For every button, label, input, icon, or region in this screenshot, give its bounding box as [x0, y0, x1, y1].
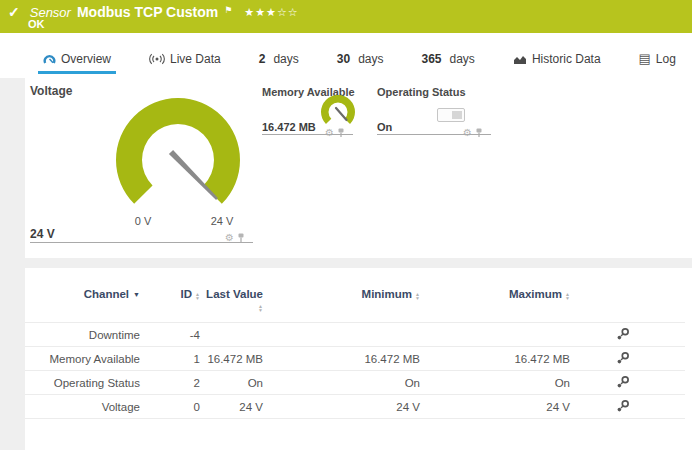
page-title: Modbus TCP Custom [77, 4, 218, 20]
column-header-channel[interactable]: Channel▼ [25, 282, 140, 323]
table-row: Voltage 0 24 V 24 V 24 V [25, 395, 685, 419]
sort-icon: ▲▼ [565, 292, 570, 300]
channel-settings-icon[interactable] [570, 371, 630, 395]
tab-30-days-number: 30 [337, 52, 350, 66]
operating-underline [377, 134, 491, 135]
channel-last-value [200, 323, 263, 347]
sensor-status-badge: OK [28, 18, 45, 30]
sort-icon: ▲▼ [258, 304, 263, 312]
memory-current-value: 16.472 MB [262, 121, 316, 133]
gauge-needle [169, 150, 218, 200]
gauge-icon [43, 53, 56, 65]
tab-log-label: Log [656, 52, 676, 66]
channel-id: -4 [140, 323, 200, 347]
channel-minimum: 16.472 MB [263, 347, 420, 371]
channel-minimum: 24 V [263, 395, 420, 419]
channel-id: 0 [140, 395, 200, 419]
overview-gauges-panel: Voltage 0 V 24 V 24 V ⚙ Memory Available… [25, 78, 692, 258]
channel-settings-icon[interactable] [570, 395, 630, 419]
channel-last-value: 16.472 MB [200, 347, 263, 371]
channel-table: Channel▼ ID▲▼ Last Value▲▼ Minimum▲▼ Max… [25, 282, 685, 419]
gauge-pin-icon[interactable] [337, 124, 345, 142]
tab-2-days-unit: days [273, 52, 298, 66]
memory-underline [262, 134, 353, 135]
gauge-settings-gear-icon[interactable]: ⚙ [463, 128, 472, 138]
sorted-desc-icon: ▼ [133, 291, 140, 298]
sensor-header-bar: ✓ Sensor Modbus TCP Custom ⚑ ★★★☆☆ OK [0, 0, 692, 33]
column-header-last-value[interactable]: Last Value▲▼ [200, 282, 263, 323]
tab-365-days-unit: days [450, 52, 475, 66]
channel-last-value: 24 V [200, 395, 263, 419]
operating-status-title: Operating Status [377, 86, 466, 98]
gauge-pin-icon[interactable] [475, 124, 483, 142]
tab-live-data-label: Live Data [170, 52, 221, 66]
table-row: Memory Available 1 16.472 MB 16.472 MB 1… [25, 347, 685, 371]
channel-id: 2 [140, 371, 200, 395]
table-header-row: Channel▼ ID▲▼ Last Value▲▼ Minimum▲▼ Max… [25, 282, 685, 323]
tab-live-data[interactable]: Live Data [144, 52, 226, 74]
status-ok-check-icon: ✓ [8, 5, 20, 19]
tab-30-days[interactable]: 30 days [332, 52, 389, 74]
channel-minimum [263, 323, 420, 347]
channel-name: Memory Available [25, 347, 140, 371]
table-row: Operating Status 2 On On On [25, 371, 685, 395]
tab-historic-data-label: Historic Data [532, 52, 601, 66]
channel-maximum [420, 323, 570, 347]
priority-stars-rating[interactable]: ★★★☆☆ [244, 6, 298, 19]
voltage-underline [30, 242, 253, 243]
column-header-id[interactable]: ID▲▼ [140, 282, 200, 323]
voltage-scale-min: 0 V [128, 215, 158, 227]
gauge-settings-gear-icon[interactable]: ⚙ [325, 128, 334, 138]
live-signal-icon [149, 53, 165, 65]
channel-table-panel: Channel▼ ID▲▼ Last Value▲▼ Minimum▲▼ Max… [25, 268, 692, 450]
tab-2-days[interactable]: 2 days [254, 52, 304, 74]
channel-settings-icon[interactable] [570, 323, 630, 347]
channel-maximum: On [420, 371, 570, 395]
tab-2-days-number: 2 [259, 52, 266, 66]
toggle-knob [452, 111, 462, 119]
channel-name: Operating Status [25, 371, 140, 395]
table-row: Downtime -4 [25, 323, 685, 347]
tab-bar: Overview Live Data 2 days 30 days 365 da… [0, 33, 692, 78]
voltage-current-value: 24 V [30, 227, 55, 241]
channel-minimum: On [263, 371, 420, 395]
tab-overview[interactable]: Overview [38, 52, 116, 74]
tab-overview-label: Overview [61, 52, 111, 66]
channel-maximum: 16.472 MB [420, 347, 570, 371]
log-list-icon: ▤ [639, 53, 651, 65]
voltage-gauge[interactable] [113, 98, 243, 210]
channel-name: Voltage [25, 395, 140, 419]
channel-id: 1 [140, 347, 200, 371]
channel-settings-icon[interactable] [570, 347, 630, 371]
operating-status-toggle[interactable] [437, 108, 465, 122]
sort-icon: ▲▼ [415, 292, 420, 300]
voltage-gauge-title: Voltage [30, 84, 72, 98]
voltage-scale-max: 24 V [204, 215, 240, 227]
operating-status-value: On [377, 121, 392, 133]
tab-365-days[interactable]: 365 days [416, 52, 479, 74]
sort-icon: ▲▼ [195, 292, 200, 300]
tab-365-days-number: 365 [421, 52, 441, 66]
channel-last-value: On [200, 371, 263, 395]
column-header-actions [570, 282, 630, 323]
channel-maximum: 24 V [420, 395, 570, 419]
gauge-pin-icon[interactable] [237, 229, 245, 247]
area-chart-icon [513, 54, 527, 65]
tab-log[interactable]: ▤ Log [634, 52, 681, 74]
gauge-needle [336, 108, 347, 120]
column-header-maximum[interactable]: Maximum▲▼ [420, 282, 570, 323]
flag-icon[interactable]: ⚑ [224, 5, 232, 15]
tab-30-days-unit: days [358, 52, 383, 66]
channel-name: Downtime [25, 323, 140, 347]
column-header-minimum[interactable]: Minimum▲▼ [263, 282, 420, 323]
tab-historic-data[interactable]: Historic Data [508, 52, 606, 74]
